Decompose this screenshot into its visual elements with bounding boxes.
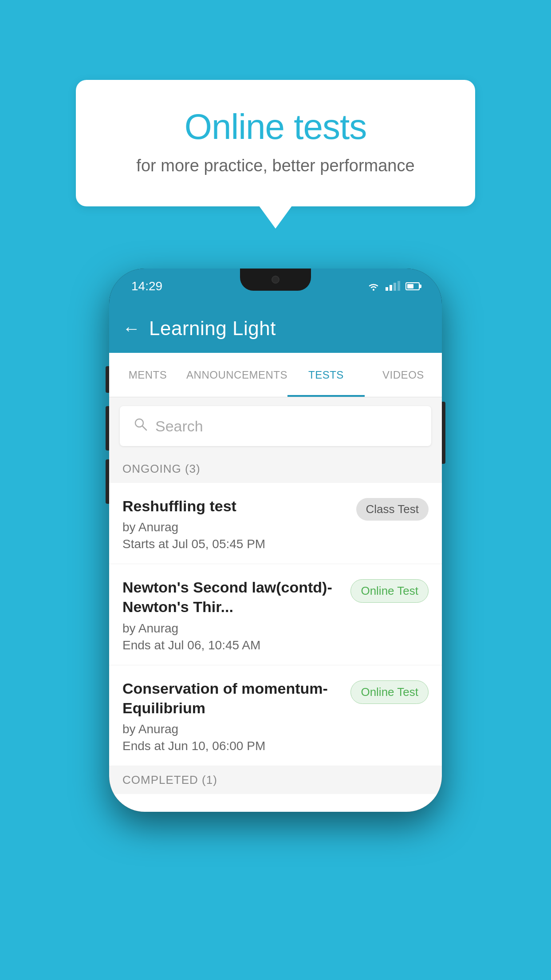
app-title: Learning Light — [149, 317, 276, 340]
test-item[interactable]: Reshuffling test by Anurag Starts at Jul… — [109, 483, 442, 564]
bubble-title: Online tests — [111, 107, 440, 147]
test-badge-class: Class Test — [356, 498, 429, 521]
ongoing-section-header: ONGOING (3) — [109, 455, 442, 483]
promo-bubble: Online tests for more practice, better p… — [76, 80, 475, 206]
test-time: Ends at Jun 10, 06:00 PM — [122, 739, 342, 753]
test-badge-online: Online Test — [350, 680, 429, 704]
phone-mockup: 14:29 — [109, 269, 442, 812]
test-badge-online: Online Test — [350, 579, 429, 603]
phone-bottom — [109, 794, 442, 812]
status-bar: 14:29 — [109, 269, 442, 304]
search-bar[interactable]: Search — [120, 406, 431, 446]
phone-frame: 14:29 — [109, 269, 442, 812]
test-name: Newton's Second law(contd)-Newton's Thir… — [122, 577, 342, 616]
test-info: Reshuffling test by Anurag Starts at Jul… — [122, 496, 356, 551]
battery-icon — [405, 282, 420, 290]
tab-tests[interactable]: TESTS — [287, 353, 365, 397]
svg-point-0 — [373, 289, 374, 291]
test-name: Reshuffling test — [122, 496, 347, 516]
notch — [240, 269, 311, 291]
ongoing-label: ONGOING (3) — [122, 462, 201, 475]
phone-button-left3 — [106, 459, 109, 504]
search-input[interactable]: Search — [155, 418, 203, 435]
wifi-icon — [367, 281, 380, 291]
phone-button-right — [442, 402, 445, 464]
tab-announcements[interactable]: ANNOUNCEMENTS — [186, 353, 287, 397]
svg-line-2 — [142, 426, 146, 430]
back-button[interactable]: ← — [122, 319, 140, 339]
test-author: by Anurag — [122, 621, 342, 636]
phone-button-left1 — [106, 366, 109, 393]
app-header: ← Learning Light — [109, 304, 442, 353]
bubble-subtitle: for more practice, better performance — [111, 156, 440, 175]
test-time: Ends at Jul 06, 10:45 AM — [122, 638, 342, 652]
test-author: by Anurag — [122, 520, 347, 534]
status-time: 14:29 — [131, 279, 162, 293]
test-name: Conservation of momentum-Equilibrium — [122, 679, 342, 718]
status-icons — [367, 281, 420, 291]
test-time: Starts at Jul 05, 05:45 PM — [122, 537, 347, 551]
completed-label: COMPLETED (1) — [122, 773, 217, 786]
completed-section-header: COMPLETED (1) — [109, 766, 442, 794]
phone-button-left2 — [106, 406, 109, 450]
camera — [272, 276, 279, 284]
test-info: Newton's Second law(contd)-Newton's Thir… — [122, 577, 350, 652]
test-list: Reshuffling test by Anurag Starts at Jul… — [109, 483, 442, 766]
tab-bar: MENTS ANNOUNCEMENTS TESTS VIDEOS — [109, 353, 442, 397]
test-item[interactable]: Newton's Second law(contd)-Newton's Thir… — [109, 564, 442, 665]
tab-ments[interactable]: MENTS — [109, 353, 186, 397]
test-author: by Anurag — [122, 722, 342, 736]
test-info: Conservation of momentum-Equilibrium by … — [122, 679, 350, 753]
search-icon — [133, 417, 148, 436]
tab-videos[interactable]: VIDEOS — [365, 353, 442, 397]
signal-icon — [386, 282, 400, 291]
search-container: Search — [109, 397, 442, 455]
test-item[interactable]: Conservation of momentum-Equilibrium by … — [109, 665, 442, 766]
